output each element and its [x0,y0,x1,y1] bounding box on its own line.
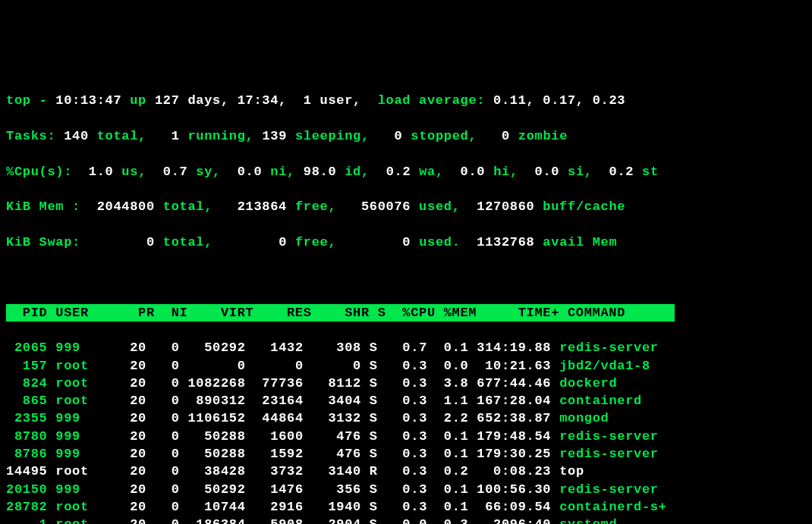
table-row[interactable]: 20150 999 20 0 50292 1476 356 S 0.3 0.1 … [6,481,806,498]
top-terminal: top - 10:13:47 up 127 days, 17:34, 1 use… [6,74,806,524]
table-row[interactable]: 157 root 20 0 0 0 0 S 0.3 0.0 10:21.63 j… [6,357,806,375]
table-row[interactable]: 14495 root 20 0 38428 3732 3140 R 0.3 0.… [6,463,806,480]
table-row[interactable]: 865 root 20 0 890312 23164 3404 S 0.3 1.… [6,392,806,409]
summary-line-mem: KiB Mem : 2044800 total, 213864 free, 56… [6,198,806,215]
table-row[interactable]: 2355 999 20 0 1106152 44864 3132 S 0.3 2… [6,409,806,427]
summary-line-tasks: Tasks: 140 total, 1 running, 139 sleepin… [6,127,806,145]
table-row[interactable]: 824 root 20 0 1082268 77736 8112 S 0.3 3… [6,375,806,392]
summary-line-cpu: %Cpu(s): 1.0 us, 0.7 sy, 0.0 ni, 98.0 id… [6,163,806,180]
table-row[interactable]: 2065 999 20 0 50292 1432 308 S 0.7 0.1 3… [6,339,806,356]
table-row[interactable]: 28782 root 20 0 10744 2916 1940 S 0.3 0.… [6,498,806,516]
table-row[interactable]: 8780 999 20 0 50288 1600 476 S 0.3 0.1 1… [6,428,806,445]
column-header[interactable]: PID USER PR NI VIRT RES SHR S %CPU %MEM … [6,304,806,322]
summary-line-uptime: top - 10:13:47 up 127 days, 17:34, 1 use… [6,92,806,109]
table-row[interactable]: 1 root 20 0 186384 5908 2904 S 0.0 0.3 2… [6,516,806,524]
table-row[interactable]: 8786 999 20 0 50288 1592 476 S 0.3 0.1 1… [6,445,806,463]
process-table[interactable]: 2065 999 20 0 50292 1432 308 S 0.7 0.1 3… [6,339,806,524]
summary-line-swap: KiB Swap: 0 total, 0 free, 0 used. 11327… [6,234,806,251]
blank-line [6,268,806,286]
